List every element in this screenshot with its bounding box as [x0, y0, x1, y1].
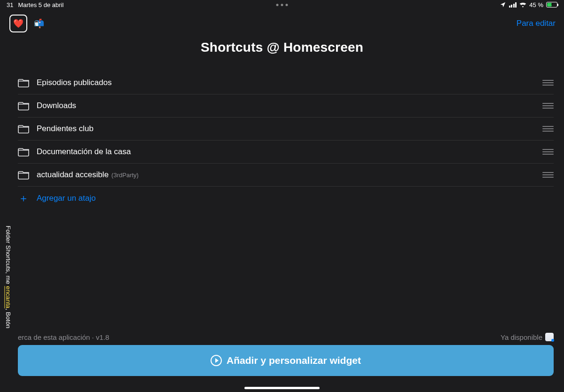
drag-handle-icon[interactable] — [542, 172, 554, 178]
list-item[interactable]: Pendientes club — [18, 118, 554, 141]
status-right: 45 % ⚡︎ — [500, 1, 557, 8]
list-item-label: Episodios publicados — [37, 78, 115, 87]
drag-handle-icon[interactable] — [542, 103, 554, 109]
drag-handle-icon[interactable] — [542, 149, 554, 155]
shortcut-list: Episodios publicados Downloads Pendiente… — [18, 71, 554, 210]
list-item-label: Documentación de la casa — [37, 147, 133, 157]
toolbar: ❤️ 📬 Para editar — [0, 13, 564, 34]
mailbox-icon: 📬 — [34, 19, 44, 28]
mailbox-button[interactable]: 📬 — [34, 18, 44, 29]
heart-button[interactable]: ❤️ — [9, 15, 27, 32]
status-bar: 31 Martes 5 de abril 45 % ⚡︎ — [0, 0, 564, 9]
list-item[interactable]: Downloads — [18, 94, 554, 118]
list-item-label: Pendientes club — [37, 124, 96, 133]
folder-icon — [18, 101, 29, 110]
play-circle-icon — [211, 355, 222, 366]
location-icon — [500, 1, 506, 8]
swift-app-icon — [545, 333, 554, 341]
add-widget-button[interactable]: Añadir y personalizar widget — [18, 345, 554, 376]
plus-icon: ＋ — [18, 193, 29, 204]
status-date: Martes 5 de abril — [18, 1, 63, 8]
charging-icon: ⚡︎ — [550, 2, 553, 7]
add-shortcut-label: Agregar un atajo — [37, 194, 96, 203]
list-item-label: Downloads — [37, 101, 79, 110]
status-left: 31 Martes 5 de abril — [7, 1, 63, 8]
list-item-label: actualidad accesible(3rdParty) — [37, 170, 139, 180]
folder-icon — [18, 124, 29, 133]
side-caption: Folder Shortcuts, me encanta, Botón — [5, 226, 12, 329]
battery-percent: 45 % — [529, 1, 543, 8]
drag-handle-icon[interactable] — [542, 80, 554, 86]
heart-icon: ❤️ — [13, 18, 24, 29]
status-time-fragment: 31 — [7, 1, 13, 8]
add-widget-label: Añadir y personalizar widget — [227, 355, 361, 366]
folder-icon — [18, 147, 29, 157]
folder-icon — [18, 170, 29, 180]
home-indicator[interactable] — [244, 387, 320, 389]
list-item[interactable]: actualidad accesible(3rdParty) — [18, 164, 554, 187]
drag-handle-icon[interactable] — [542, 126, 554, 132]
available-label: Ya disponible — [501, 333, 542, 341]
about-app-link[interactable]: erca de esta aplicación · v1.8 — [18, 333, 109, 341]
add-shortcut-button[interactable]: ＋ Agregar un atajo — [18, 187, 554, 210]
page-title: Shortcuts @ Homescreen — [0, 40, 564, 55]
available-link[interactable]: Ya disponible — [501, 333, 554, 341]
multitasking-dots-icon[interactable] — [276, 4, 288, 6]
edit-button[interactable]: Para editar — [517, 19, 556, 28]
wifi-icon — [519, 2, 526, 8]
list-item[interactable]: Documentación de la casa — [18, 141, 554, 164]
folder-icon — [18, 78, 29, 87]
battery-icon: ⚡︎ — [546, 2, 557, 8]
list-item[interactable]: Episodios publicados — [18, 71, 554, 94]
cellular-signal-icon — [509, 2, 517, 8]
